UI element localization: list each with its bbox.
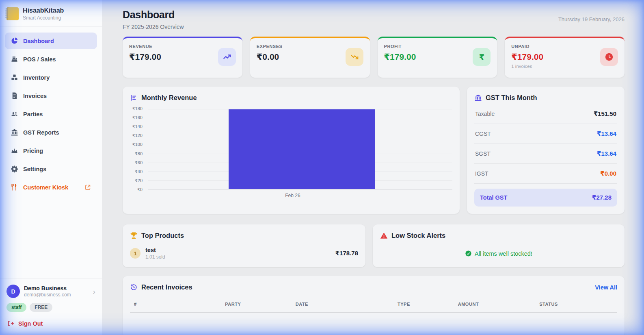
table-divider bbox=[130, 312, 617, 313]
sidebar-item-invoices[interactable]: Invoices bbox=[5, 87, 97, 104]
rupee-icon: ₹ bbox=[473, 48, 491, 66]
gst-row-cgst: CGST ₹13.64 bbox=[474, 124, 617, 144]
sidebar-item-label: Pricing bbox=[23, 148, 43, 154]
sidebar-item-label: Settings bbox=[23, 166, 46, 172]
panel-title: GST This Month bbox=[486, 94, 537, 102]
col-amount: AMOUNT bbox=[458, 302, 540, 307]
profile-badges: staff FREE bbox=[6, 303, 95, 312]
gst-panel: GST This Month Taxable ₹151.50 CGST ₹13.… bbox=[467, 87, 625, 214]
panel-title: Low Stock Alerts bbox=[391, 232, 445, 239]
sidebar-nav: Dashboard POS / Sales Inventory Invoices bbox=[0, 27, 102, 196]
sidebar-item-settings[interactable]: Settings bbox=[5, 161, 97, 177]
gst-row-sgst: SGST ₹13.64 bbox=[474, 144, 617, 164]
monthly-revenue-panel: Monthly Revenue ₹180₹160 ₹140₹120 ₹100₹8… bbox=[123, 87, 460, 214]
invoice-icon bbox=[11, 92, 18, 100]
stat-label: EXPENSES bbox=[257, 44, 363, 49]
sidebar-item-label: GST Reports bbox=[23, 129, 59, 136]
app-root: HisaabKitaab Smart Accounting Dashboard … bbox=[0, 0, 644, 335]
gst-rows: Taxable ₹151.50 CGST ₹13.64 SGST ₹13.64 … bbox=[474, 104, 617, 207]
business-name: Demo Business bbox=[24, 285, 71, 291]
warning-triangle-icon bbox=[380, 232, 388, 239]
page-title: Dashboard bbox=[123, 9, 184, 21]
chart-y-axis: ₹180₹160 ₹140₹120 ₹100₹80 ₹60₹40 ₹20₹0 bbox=[130, 106, 145, 192]
panel-title: Recent Invoices bbox=[141, 283, 192, 291]
trophy-icon bbox=[130, 232, 138, 239]
sign-out-label: Sign Out bbox=[18, 320, 43, 327]
sidebar: HisaabKitaab Smart Accounting Dashboard … bbox=[0, 0, 102, 335]
page-subtitle: FY 2025-2026 Overview bbox=[123, 24, 184, 30]
boxes-icon bbox=[11, 74, 18, 81]
sidebar-item-pos-sales[interactable]: POS / Sales bbox=[5, 51, 97, 67]
col-number: # bbox=[134, 302, 225, 307]
bar-chart-icon bbox=[130, 94, 138, 102]
sidebar-item-label: Dashboard bbox=[23, 38, 54, 44]
product-name: test bbox=[145, 247, 165, 253]
sidebar-item-label: POS / Sales bbox=[23, 56, 56, 63]
current-date: Thursday 19 February, 2026 bbox=[558, 16, 625, 22]
utensils-icon bbox=[11, 183, 18, 191]
app-tagline: Smart Accounting bbox=[23, 15, 64, 21]
revenue-card: REVENUE ₹179.00 bbox=[123, 37, 242, 78]
cash-register-icon bbox=[11, 55, 18, 63]
sidebar-footer: D Demo Business demo@business.com › staf… bbox=[0, 278, 102, 335]
stat-label: REVENUE bbox=[129, 44, 236, 49]
app-brand: HisaabKitaab Smart Accounting bbox=[0, 0, 102, 27]
sign-out-icon bbox=[7, 320, 14, 327]
bottom-row: Top Products 1 test 1.01 sold ₹178.78 bbox=[123, 224, 625, 267]
col-status: STATUS bbox=[539, 302, 613, 307]
top-products-panel: Top Products 1 test 1.01 sold ₹178.78 bbox=[123, 224, 365, 267]
low-stock-panel: Low Stock Alerts All items well stocked! bbox=[373, 224, 625, 267]
sign-out-button[interactable]: Sign Out bbox=[6, 314, 95, 331]
notebook-logo-icon bbox=[6, 7, 19, 20]
role-badge: staff bbox=[6, 303, 26, 312]
view-all-link[interactable]: View All bbox=[595, 284, 617, 291]
unpaid-card: UNPAID ₹179.00 1 invoices bbox=[505, 37, 625, 78]
external-link-icon bbox=[84, 184, 91, 191]
top-product-row: 1 test 1.01 sold ₹178.78 bbox=[130, 247, 358, 260]
stock-status-message: All items well stocked! bbox=[380, 250, 617, 257]
stat-label: PROFIT bbox=[384, 44, 491, 49]
people-icon bbox=[11, 110, 18, 118]
sidebar-item-label: Customer Kiosk bbox=[23, 184, 68, 191]
sidebar-item-dashboard[interactable]: Dashboard bbox=[5, 33, 97, 49]
stat-cards-row: REVENUE ₹179.00 EXPENSES ₹0.00 PROFIT ₹1… bbox=[123, 37, 625, 78]
product-amount: ₹178.78 bbox=[335, 250, 358, 257]
profit-card: PROFIT ₹179.00 ₹ bbox=[378, 37, 497, 78]
page-header: Dashboard FY 2025-2026 Overview Thursday… bbox=[123, 9, 625, 30]
expenses-card: EXPENSES ₹0.00 bbox=[250, 37, 370, 78]
middle-row: Monthly Revenue ₹180₹160 ₹140₹120 ₹100₹8… bbox=[123, 87, 625, 214]
chart-plot-area bbox=[148, 109, 452, 189]
monthly-revenue-chart: ₹180₹160 ₹140₹120 ₹100₹80 ₹60₹40 ₹20₹0 F… bbox=[130, 109, 452, 202]
avatar: D bbox=[6, 285, 20, 298]
col-party: PARTY bbox=[225, 302, 295, 307]
sidebar-item-label: Parties bbox=[23, 111, 43, 117]
business-profile[interactable]: D Demo Business demo@business.com › bbox=[6, 285, 95, 298]
gear-icon bbox=[11, 165, 18, 173]
gst-total-row: Total GST ₹27.28 bbox=[474, 189, 617, 207]
bank-icon bbox=[11, 128, 18, 136]
clock-icon bbox=[600, 48, 618, 66]
col-type: TYPE bbox=[398, 302, 458, 307]
rank-badge: 1 bbox=[130, 248, 140, 259]
history-clock-icon bbox=[130, 283, 138, 291]
product-sold: 1.01 sold bbox=[145, 254, 165, 260]
sidebar-item-inventory[interactable]: Inventory bbox=[5, 69, 97, 86]
panel-title: Top Products bbox=[141, 232, 184, 239]
sidebar-item-gst-reports[interactable]: GST Reports bbox=[5, 124, 97, 141]
sidebar-item-pricing[interactable]: Pricing bbox=[5, 142, 97, 159]
plan-badge: FREE bbox=[30, 303, 52, 312]
panel-title: Monthly Revenue bbox=[141, 94, 197, 102]
trend-down-icon bbox=[346, 48, 363, 66]
pie-chart-icon bbox=[11, 37, 18, 45]
business-email: demo@business.com bbox=[24, 292, 71, 298]
trend-up-icon bbox=[218, 48, 236, 66]
sidebar-item-label: Invoices bbox=[23, 93, 47, 99]
chevron-right-icon: › bbox=[93, 287, 95, 296]
bank-icon bbox=[474, 94, 482, 102]
sidebar-item-customer-kiosk[interactable]: Customer Kiosk bbox=[5, 179, 97, 196]
app-name: HisaabKitaab bbox=[23, 7, 64, 14]
sidebar-item-label: Inventory bbox=[23, 74, 50, 81]
sidebar-item-parties[interactable]: Parties bbox=[5, 106, 97, 122]
recent-invoices-panel: Recent Invoices View All # PARTY DATE TY… bbox=[123, 276, 625, 335]
revenue-bar bbox=[229, 109, 375, 189]
